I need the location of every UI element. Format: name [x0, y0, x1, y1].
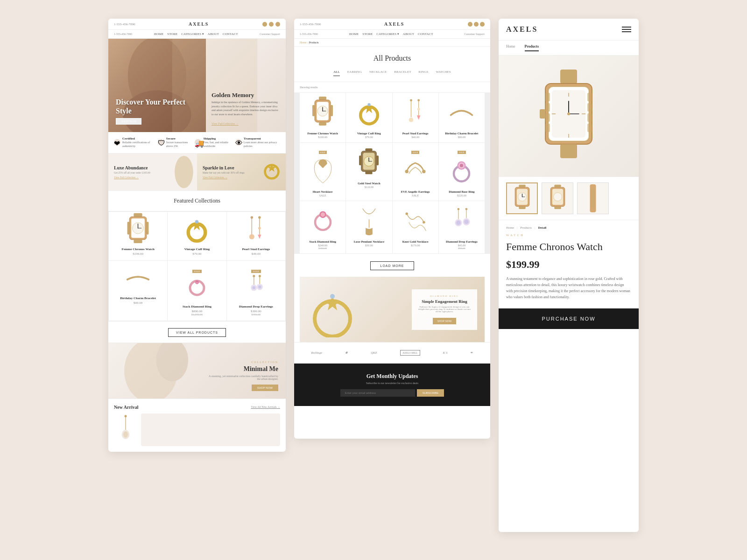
tab-bracelet[interactable]: BRACELET [394, 70, 411, 76]
pnav-about[interactable]: ABOUT [403, 32, 414, 36]
pnav-categories[interactable]: CATEGORIES ▾ [376, 32, 399, 36]
promo-cta-button[interactable]: SHOP NOW [433, 318, 456, 324]
pnav-store[interactable]: STORE [362, 32, 373, 36]
product-thumbnails [499, 177, 639, 220]
svg-rect-72 [377, 155, 379, 165]
tab-home[interactable]: Home [506, 44, 515, 51]
products-nav-links: HOME STORE CATEGORIES ▾ ABOUT CONTACT [349, 32, 433, 36]
svg-rect-115 [587, 93, 592, 101]
thumbnail-2[interactable] [542, 182, 573, 214]
pnav-contact[interactable]: CONTACT [418, 32, 433, 36]
tab-watches[interactable]: WATCHES [436, 70, 451, 76]
svg-point-83 [406, 212, 409, 215]
tab-all[interactable]: ALL [333, 70, 340, 76]
newsletter-email-input[interactable] [340, 389, 415, 397]
product-price: SALE [303, 194, 343, 197]
svg-point-29 [197, 281, 198, 282]
products-brand: AXELS [384, 21, 404, 27]
minimal-me-cta[interactable]: SHOP NOW [252, 385, 278, 391]
newsletter-form: SUBSCRIBE [302, 389, 483, 397]
facebook-icon[interactable] [262, 22, 267, 27]
featured-title: Featured Collections [108, 191, 286, 211]
list-item: SALE Stack Diamond Ring $800.00 $1,200.0… [168, 261, 226, 321]
breadcrumb-products: Products [309, 41, 319, 44]
brand-flower: ❀ [345, 351, 348, 355]
view-all-button[interactable]: VIEW ALL PRODUCTS [168, 328, 226, 337]
nav-home[interactable]: HOME [154, 32, 164, 36]
hero-right-link[interactable]: View Full Collection → [211, 122, 239, 125]
phone-label: 1-555-456-7890 [114, 33, 132, 35]
list-item: Vintage Cuff Ring $79.00 [346, 93, 392, 142]
detail-product-name: Femme Chronos Watch [499, 239, 639, 257]
product-name: Knot Gold Necklace [395, 240, 436, 243]
products-grid: Femme Chronos Watch $100.00 Vintage Cuff… [294, 92, 490, 254]
product-old-price: $400.00 [303, 247, 343, 250]
fb-icon [468, 22, 472, 27]
minimal-me-title: Minimal Me [208, 365, 278, 373]
thumbnail-3[interactable] [577, 182, 609, 214]
product-image-ring [183, 217, 211, 245]
home-topbar: 1-555-456-7890 AXELS [108, 19, 286, 30]
tab-rings[interactable]: RINGS [418, 70, 428, 76]
product-old-price: $1,200.00 [171, 313, 222, 316]
list-item: SALE Heart Necklace SALE [300, 143, 345, 201]
detail-header: AXELS [499, 19, 639, 41]
products-social [468, 22, 485, 27]
hamburger-line-3 [622, 31, 631, 32]
brand-script: ✒ [470, 351, 473, 355]
instagram-icon[interactable] [269, 22, 274, 27]
product-image-diamond-earrings [242, 274, 270, 302]
hamburger-line-1 [622, 27, 631, 28]
svg-point-23 [258, 216, 261, 219]
menu-icon[interactable] [622, 27, 631, 32]
breadcrumb-products[interactable]: Products [521, 226, 532, 230]
sparkle-link[interactable]: View Full Collection → [203, 176, 245, 179]
hero-shop-button[interactable]: SHOP NOW [116, 118, 141, 125]
svg-point-63 [417, 108, 420, 111]
nav-links: HOME STORE CATEGORIES ▾ ABOUT CONTACT [154, 32, 238, 36]
promo-label: DIAMOND RING [417, 295, 472, 297]
luxe-abundance: Luxe Abundance Get 25% off all your orde… [108, 154, 197, 190]
svg-point-58 [410, 99, 412, 101]
home-nav: 1-555-456-7890 HOME STORE CATEGORIES ▾ A… [108, 30, 286, 39]
breadcrumb-home[interactable]: Home [300, 41, 307, 44]
load-more-button[interactable]: LOAD MORE [370, 261, 414, 270]
breadcrumb-home[interactable]: Home [506, 226, 514, 230]
product-name: Stack Diamond Ring [303, 240, 343, 243]
tab-products[interactable]: Products [525, 44, 539, 51]
ig-icon [474, 22, 479, 27]
nav-about[interactable]: ABOUT [208, 32, 219, 36]
support-label: Customer Support [260, 33, 280, 35]
badge-secure: 🛡 SecureSecure transactions above 256 [158, 137, 195, 148]
tab-necklace[interactable]: NECKLACE [369, 70, 387, 76]
luxe-link[interactable]: View Full Collection → [114, 176, 150, 179]
badge-shipping-text: ShippingFree, fast, and reliable worldwi… [203, 137, 235, 148]
hamburger-line-2 [622, 29, 631, 30]
tab-earring[interactable]: EARRING [347, 70, 362, 76]
product-name: Stack Diamond Ring [171, 305, 222, 308]
svg-point-88 [456, 221, 460, 225]
purchase-now-button[interactable]: PURCHASE NOW [499, 308, 639, 329]
svg-point-129 [553, 193, 562, 201]
nav-contact[interactable]: CONTACT [223, 32, 238, 36]
thumbnail-1[interactable] [506, 182, 538, 214]
pinterest-icon[interactable] [275, 22, 280, 27]
pnav-home[interactable]: HOME [349, 32, 359, 36]
list-item: Femme Chronos Watch $199.00 [109, 212, 167, 260]
product-price: $80.00 [442, 136, 482, 139]
nav-categories[interactable]: CATEGORIES ▾ [181, 32, 204, 36]
list-item: Pearl Stud Earrings $49.00 [227, 212, 285, 260]
breadcrumb-sep2: | [535, 226, 535, 230]
sale-badge: SALE [458, 151, 465, 154]
svg-point-56 [367, 103, 370, 105]
list-item: Femme Chronos Watch $100.00 [300, 93, 345, 142]
new-arrival-link[interactable]: View All New Arrivals → [251, 406, 280, 408]
nav-store[interactable]: STORE [167, 32, 177, 36]
detail-product-description: A stunning testament to elegance and sop… [499, 276, 639, 308]
list-item: Pearl Stud Earrings $40.00 [393, 93, 438, 142]
svg-rect-113 [545, 113, 550, 122]
newsletter-subscribe-button[interactable]: SUBSCRIBE [417, 389, 444, 397]
product-price: $69.00 [113, 301, 163, 305]
svg-point-41 [125, 415, 127, 417]
svg-rect-71 [359, 155, 361, 165]
